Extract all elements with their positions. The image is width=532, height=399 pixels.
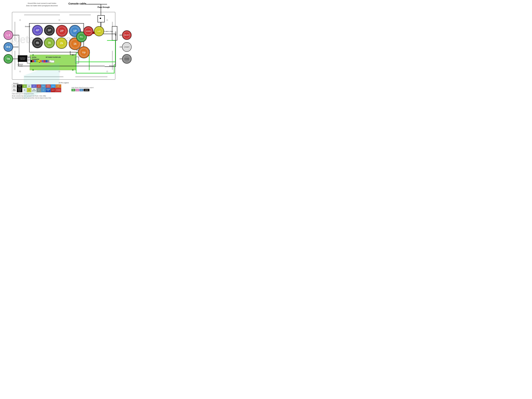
utility-cell-tk: TK — [71, 89, 75, 91]
ls-rs-connector-label: LS/RS/DP connector — [18, 64, 23, 67]
button-tk[interactable]: TK — [4, 54, 13, 64]
legend-cell-joy-ground: Joyground — [32, 88, 37, 92]
pin-blue — [34, 60, 36, 62]
hole-tm — [59, 19, 60, 21]
console-cable-label: Console cable — [68, 2, 86, 5]
button-4p-inner: 4P — [34, 27, 41, 34]
pin-red2 — [44, 60, 45, 62]
legend-cell-home-ps: HOMEPS — [46, 88, 51, 92]
top-bar-left — [24, 14, 60, 15]
bit-bang-label: BIT BANG PLAYER LED — [46, 57, 61, 58]
pin-navy — [45, 60, 47, 62]
button-3k-inner: 3k — [46, 39, 53, 47]
legend-note-3: Tip- recommend wiring the ground first. … — [12, 97, 51, 99]
button-start-inner: START — [123, 44, 130, 50]
legend-cell-ground-all: Groundfor allP & K — [17, 88, 22, 92]
ufb-board: UNIVERSAL UFB-UPS — [18, 55, 27, 62]
passthrough-dot — [100, 18, 101, 19]
button-4k-inner: 4k — [34, 39, 41, 47]
pass-through-label: Pass through — [98, 6, 110, 8]
hole-tr — [107, 19, 108, 21]
legend-cell-4p: 4P — [32, 84, 37, 88]
connector-box-left — [27, 57, 31, 63]
button-ric-inner: Ric — [78, 33, 85, 41]
legend-title: 20 Pin Legend — [12, 82, 115, 84]
pin-red1 — [32, 60, 34, 62]
button-home-inner: HOME — [123, 56, 130, 62]
legend-cell-ground-utility: GroundUtility — [17, 84, 22, 88]
utility-legend-row: TK L3 R3 GRND — [71, 89, 94, 91]
button-3p[interactable]: 3P — [44, 25, 55, 36]
pin-green — [36, 60, 38, 62]
pin-orange — [40, 60, 42, 62]
button-up[interactable]: Up — [78, 46, 90, 58]
button-down[interactable]: DOWN — [83, 26, 93, 36]
bottom-bar-right — [75, 76, 108, 77]
button-start[interactable]: START — [122, 42, 132, 52]
legend-cell-3k: 3k — [22, 84, 27, 88]
passthrough-box — [98, 15, 105, 22]
led-white-bar — [51, 60, 54, 63]
button-4p[interactable]: 4P — [32, 25, 43, 36]
bottom-bar-left — [24, 76, 63, 77]
utility-cell-grnd: GRND — [83, 89, 89, 91]
legend-notes: Color wired goes to designated button. 2… — [12, 93, 51, 99]
button-up-inner: Up — [80, 48, 88, 57]
button-select[interactable]: SELECT — [122, 30, 132, 40]
main-diagram: @eternairival Ground Wire must connect t… — [0, 0, 133, 100]
legend-cell-3p: 3P — [37, 88, 41, 92]
right-bar-bot — [112, 51, 113, 70]
button-3p-inner: 3P — [46, 27, 53, 34]
button-r3[interactable]: R3 — [4, 42, 13, 52]
button-home[interactable]: HOME — [122, 54, 132, 64]
usb-label: USB — [115, 32, 117, 36]
button-l3-inner: L3 — [5, 32, 12, 38]
legend-cell-4k: 4K — [22, 88, 27, 92]
top-bar-right — [69, 14, 91, 15]
button-2k[interactable]: 2k — [56, 38, 67, 49]
hole-tl — [19, 19, 21, 21]
legend-cell-not-used-2: NOTUSED — [12, 88, 17, 92]
legend-note-1: Color wired goes to designated button. — [12, 93, 51, 95]
legend-cell-1p: 1P — [41, 88, 46, 92]
legend-area: 20 Pin Legend NOTUSED GroundUtility 3k 1… — [12, 82, 115, 92]
legend-cell-2k: 2k — [27, 88, 32, 92]
connector-box-right — [75, 57, 79, 63]
button-3k[interactable]: 3k — [44, 38, 55, 48]
pin-purple — [42, 60, 44, 62]
hole-br — [107, 71, 108, 72]
legend-table: NOTUSED GroundUtility 3k 1K 4P 2P Start … — [12, 84, 61, 92]
console-cable-line — [86, 4, 107, 4]
pin-black — [30, 60, 32, 62]
button-l3[interactable]: L3 — [4, 30, 13, 40]
hole-bl — [19, 71, 21, 72]
pin-gray — [47, 60, 49, 62]
button-left-inner: Left — [95, 28, 102, 35]
ground-label-right: Ground — [109, 65, 114, 67]
legend-cell-up: UP — [56, 84, 61, 88]
pin-dot-bl — [32, 69, 34, 71]
legend-cell-right: Right — [51, 84, 56, 88]
left-bar-top — [14, 22, 15, 41]
button-2p[interactable]: 2P — [56, 25, 68, 37]
legend-cell-1k: 1K — [27, 84, 32, 88]
legend-row-1: NOTUSED GroundUtility 3k 1K 4P 2P Start … — [12, 84, 61, 88]
button-4k[interactable]: 4k — [32, 38, 43, 48]
button-left[interactable]: Left — [94, 26, 104, 36]
legend-cell-share-select: ShareSelect — [46, 84, 51, 88]
pin-yellow — [38, 60, 40, 62]
utility-cell-l3: L3 — [76, 89, 79, 91]
button-down-inner: DOWN — [85, 28, 92, 35]
legend-cell-down: DOWN — [56, 88, 61, 92]
legend-note-2: 20 pin conector has wires grouped into P… — [12, 95, 51, 97]
utility-legend: Utility Button Wire/Connectors Legend TK… — [71, 87, 94, 91]
button-r3-inner: R3 — [5, 44, 12, 50]
utility-legend-title: Utility Button Wire/Connectors Legend — [71, 87, 94, 88]
hole-bm — [59, 71, 60, 72]
legend-cell-left: LEFT — [51, 88, 56, 92]
pin-dot-br — [72, 69, 74, 71]
pin-dot-tr — [72, 54, 74, 56]
top-note: Ground Wire must connect to each button … — [26, 2, 58, 7]
legend-cell-start: Start — [41, 84, 46, 88]
button-tk-inner: TK — [5, 56, 12, 62]
